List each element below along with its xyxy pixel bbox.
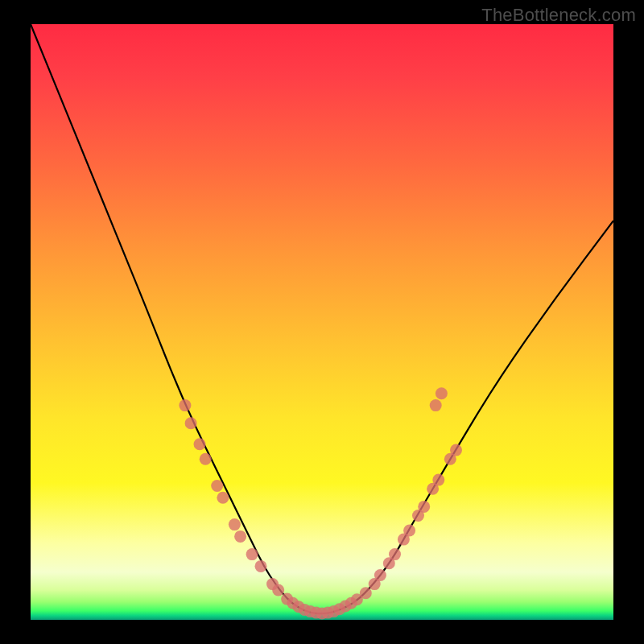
data-marker xyxy=(272,584,284,597)
plot-area xyxy=(31,24,613,620)
data-marker xyxy=(211,480,223,492)
watermark-text: TheBottleneck.com xyxy=(481,5,636,26)
data-marker xyxy=(246,548,258,560)
data-marker xyxy=(403,525,415,537)
data-marker xyxy=(374,569,386,581)
data-marker xyxy=(194,438,206,450)
data-marker xyxy=(179,399,191,411)
data-marker xyxy=(234,530,246,543)
data-marker xyxy=(229,518,241,530)
data-marker xyxy=(432,474,444,486)
data-marker xyxy=(185,417,197,429)
data-marker xyxy=(360,587,372,599)
data-marker xyxy=(389,548,401,560)
curve-svg xyxy=(31,24,613,620)
bottleneck-curve xyxy=(31,24,613,613)
chart-canvas: TheBottleneck.com xyxy=(0,0,644,644)
data-marker xyxy=(450,444,462,456)
data-marker xyxy=(255,560,267,572)
data-marker xyxy=(418,501,430,513)
data-marker xyxy=(430,399,442,411)
data-marker xyxy=(200,453,212,465)
markers-group xyxy=(179,387,462,619)
data-marker xyxy=(436,387,448,399)
data-marker xyxy=(217,492,229,504)
